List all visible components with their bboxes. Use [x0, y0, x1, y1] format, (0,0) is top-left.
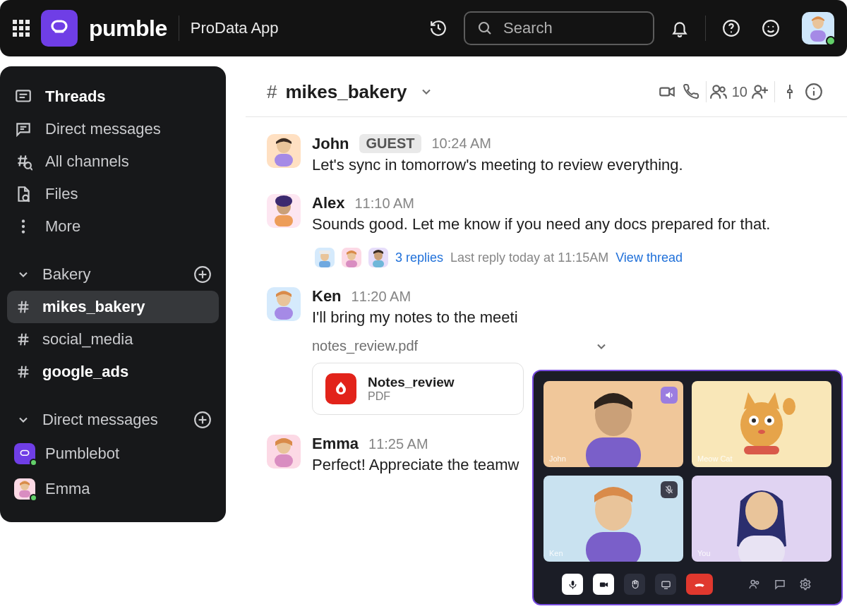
svg-line-41: [25, 366, 26, 378]
add-member-icon[interactable]: [747, 80, 771, 104]
people-icon: [709, 83, 728, 101]
chat-icon[interactable]: [772, 576, 788, 592]
message-author: John: [312, 135, 349, 153]
svg-marker-97: [605, 582, 608, 586]
search-input[interactable]: Search: [464, 11, 654, 45]
hangup-button[interactable]: [686, 574, 713, 595]
mic-muted-icon: [661, 481, 678, 498]
svg-point-24: [22, 219, 25, 222]
svg-line-40: [20, 366, 22, 378]
emoji-icon[interactable]: [757, 14, 785, 42]
call-tile-john[interactable]: John: [543, 381, 683, 467]
channel-mikes-bakery[interactable]: mikes_bakery: [7, 291, 219, 323]
dm-pumblebot[interactable]: Pumblebot: [7, 436, 219, 471]
section-direct-messages[interactable]: Direct messages: [7, 404, 219, 436]
sidebar: Threads Direct messages All channels Fil…: [0, 66, 226, 522]
call-controls: [543, 570, 831, 598]
message-time: 10:24 AM: [431, 135, 491, 152]
pumblebot-avatar: [14, 443, 35, 464]
file-attachment[interactable]: Notes_review PDF: [312, 363, 524, 415]
message-text: Perfect! Appreciate the teamw: [312, 456, 519, 474]
share-screen-button[interactable]: [655, 574, 676, 595]
svg-rect-85: [744, 446, 779, 454]
message[interactable]: John GUEST 10:24 AM Let's sync in tomorr…: [253, 124, 840, 184]
user-avatar[interactable]: [802, 12, 834, 44]
svg-rect-76: [586, 437, 641, 467]
avatar: [267, 194, 301, 228]
avatar: [267, 287, 301, 321]
svg-rect-48: [660, 88, 669, 96]
camera-button[interactable]: [593, 574, 614, 595]
raise-hand-button[interactable]: [624, 574, 645, 595]
apps-menu-icon[interactable]: [13, 20, 30, 37]
message-text: I'll bring my notes to the meeti: [312, 308, 608, 327]
avatar: [267, 134, 301, 168]
add-dm-icon[interactable]: [193, 411, 212, 429]
svg-rect-63: [275, 215, 293, 227]
message-author: Ken: [312, 287, 342, 306]
svg-rect-11: [16, 90, 30, 101]
svg-rect-65: [319, 250, 330, 254]
add-channel-icon[interactable]: [193, 265, 212, 284]
workspace-name[interactable]: ProData App: [191, 19, 279, 37]
settings-icon[interactable]: [798, 576, 813, 592]
history-icon[interactable]: [424, 14, 452, 42]
svg-rect-66: [319, 261, 330, 267]
presence-indicator: [30, 494, 37, 502]
dm-emma[interactable]: Emma: [7, 471, 219, 507]
view-thread-link[interactable]: View thread: [615, 250, 683, 265]
video-call-icon[interactable]: [655, 80, 679, 104]
chevron-down-icon[interactable]: [416, 81, 437, 102]
chevron-down-icon[interactable]: [594, 339, 608, 354]
message-time: 11:25 AM: [368, 436, 428, 452]
call-tile-you[interactable]: You: [692, 476, 831, 562]
svg-point-100: [751, 580, 755, 584]
last-reply-time: Last reply today at 11:15AM: [450, 250, 608, 265]
svg-point-58: [813, 87, 815, 89]
audio-call-icon[interactable]: [679, 80, 703, 104]
participants-icon[interactable]: [747, 576, 762, 592]
nav-all-channels[interactable]: All channels: [7, 145, 219, 178]
message-text: Let's sync in tomorrow's meeting to revi…: [312, 156, 683, 174]
nav-more[interactable]: More: [7, 210, 219, 243]
help-icon[interactable]: [717, 14, 745, 42]
svg-rect-45: [20, 451, 28, 456]
svg-rect-72: [275, 307, 293, 320]
svg-point-22: [23, 195, 28, 201]
thread-indicator[interactable]: 3 replies Last reply today at 11:15AM Vi…: [315, 248, 770, 267]
tile-name: John: [549, 454, 566, 463]
video-call-window[interactable]: John Meow Cat Ken You: [532, 370, 843, 605]
nav-files[interactable]: Files: [7, 178, 219, 210]
reply-avatar: [342, 248, 361, 267]
channel-social-media[interactable]: social_media: [7, 323, 219, 356]
message[interactable]: Alex 11:10 AM Sounds good. Let me know i…: [253, 184, 840, 277]
call-grid: John Meow Cat Ken You: [543, 381, 831, 562]
message-author: Alex: [312, 194, 344, 212]
threads-icon: [14, 87, 32, 106]
svg-point-101: [756, 581, 759, 584]
svg-marker-49: [669, 88, 674, 96]
channel-header: # mikes_bakery 10: [246, 67, 847, 117]
notifications-icon[interactable]: [666, 14, 694, 42]
pdf-icon: [325, 373, 356, 404]
channel-google-ads[interactable]: google_ads: [7, 356, 219, 388]
section-bakery[interactable]: Bakery: [7, 258, 219, 291]
channel-title[interactable]: # mikes_bakery: [267, 81, 437, 103]
svg-rect-0: [52, 21, 66, 31]
info-icon[interactable]: [802, 80, 826, 104]
tile-name: You: [697, 549, 711, 557]
svg-point-8: [772, 26, 774, 28]
message-time: 11:20 AM: [352, 289, 412, 305]
mic-button[interactable]: [562, 574, 583, 595]
svg-point-84: [758, 430, 765, 434]
pin-icon[interactable]: [778, 80, 802, 104]
nav-threads[interactable]: Threads: [7, 80, 219, 113]
members-button[interactable]: 10: [709, 83, 747, 101]
divider: [705, 16, 706, 41]
call-tile-ken[interactable]: Ken: [543, 476, 683, 562]
presence-indicator: [826, 36, 836, 46]
nav-direct-messages[interactable]: Direct messages: [7, 113, 219, 145]
svg-rect-94: [571, 580, 574, 585]
call-tile-meow[interactable]: Meow Cat: [692, 381, 831, 467]
svg-point-25: [22, 225, 25, 228]
